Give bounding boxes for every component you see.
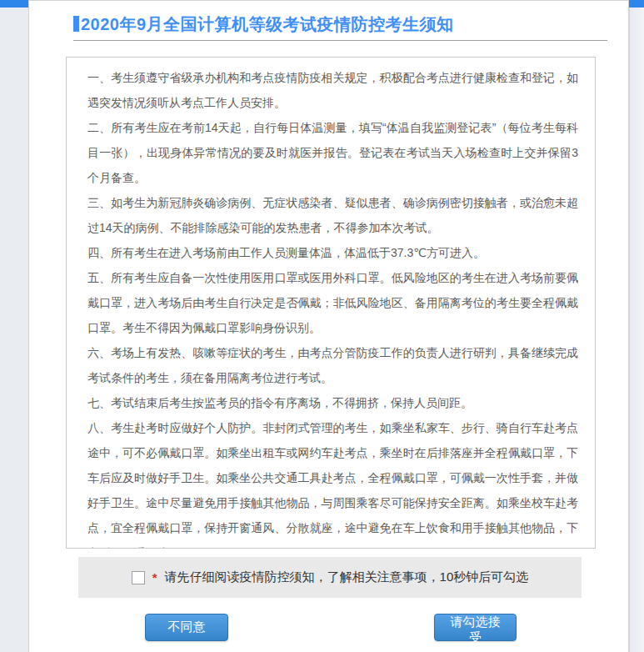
notice-paragraph-4: 四、所有考生在进入考场前由工作人员测量体温，体温低于37.3℃方可进入。 <box>87 240 578 265</box>
notice-paragraph-5: 五、所有考生应自备一次性使用医用口罩或医用外科口罩。低风险地区的考生在进入考场前… <box>87 265 578 340</box>
notice-paragraph-3: 三、如考生为新冠肺炎确诊病例、无症状感染者、疑似患者、确诊病例密切接触者，或治愈… <box>87 190 578 240</box>
accept-button[interactable]: 请勾选接受 <box>434 614 517 641</box>
consent-bar: * 请先仔细阅读疫情防控须知，了解相关注意事项，10秒钟后可勾选 <box>78 557 582 598</box>
notice-content-box: 一、考生须遵守省级承办机构和考点疫情防疫相关规定，积极配合考点进行健康检查和登记… <box>66 57 596 549</box>
title-accent-bar <box>73 16 79 32</box>
scrollbar-track[interactable] <box>629 0 644 652</box>
notice-paragraph-7: 七、考试结束后考生按监考员的指令有序离场，不得拥挤，保持人员间距。 <box>87 390 578 415</box>
notice-paragraph-2: 二、所有考生应在考前14天起，自行每日体温测量，填写“体温自我监测登记表”（每位… <box>87 115 578 190</box>
notice-paragraph-6: 六、考场上有发热、咳嗽等症状的考生，由考点分管防疫工作的负责人进行研判，具备继续… <box>87 340 578 390</box>
title-row: 2020年9月全国计算机等级考试疫情防控考生须知 <box>73 13 628 34</box>
title-divider <box>73 40 607 41</box>
notice-paragraph-1: 一、考生须遵守省级承办机构和考点疫情防疫相关规定，积极配合考点进行健康检查和登记… <box>87 65 578 115</box>
consent-checkbox[interactable] <box>132 571 145 584</box>
notice-paragraph-8: 八、考生赴考时应做好个人防护。非封闭式管理的考生，如乘坐私家车、步行、骑自行车赴… <box>87 415 578 549</box>
notice-card: 2020年9月全国计算机等级考试疫情防控考生须知 一、考生须遵守省级承办机构和考… <box>28 0 629 652</box>
required-asterisk: * <box>152 570 157 584</box>
consent-label: 请先仔细阅读疫情防控须知，了解相关注意事项，10秒钟后可勾选 <box>165 569 529 585</box>
page-title: 2020年9月全国计算机等级考试疫情防控考生须知 <box>81 15 454 33</box>
action-buttons-row: 不同意 请勾选接受 <box>29 614 628 647</box>
disagree-button[interactable]: 不同意 <box>145 614 228 641</box>
